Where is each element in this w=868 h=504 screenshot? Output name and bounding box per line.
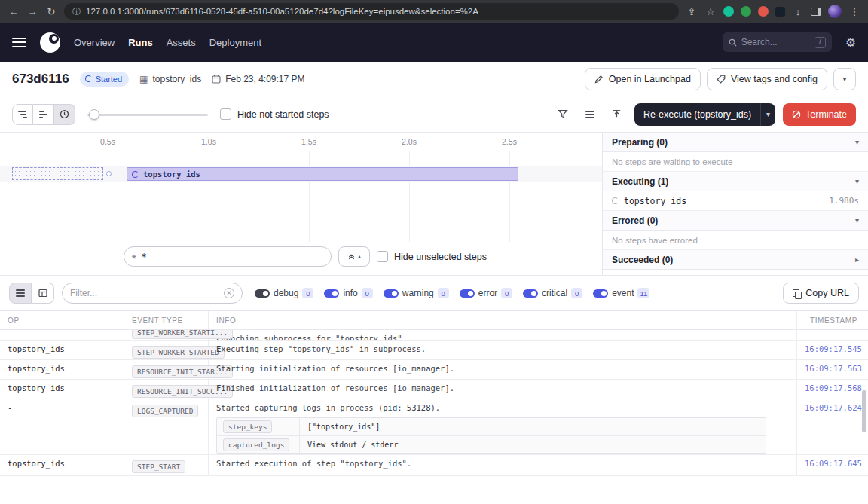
gantt-timed-view-button[interactable]	[54, 104, 75, 125]
sidepanel-icon[interactable]	[811, 8, 821, 16]
copy-icon	[793, 289, 800, 298]
toggle-icon[interactable]	[523, 289, 538, 298]
extensions-puzzle-icon[interactable]	[775, 7, 785, 17]
log-structured-view-button[interactable]	[32, 283, 54, 304]
clear-filter-icon[interactable]: ✕	[224, 288, 234, 298]
extension-icon-3[interactable]	[758, 6, 769, 17]
executing-step-row[interactable]: topstory_ids 1.980s	[603, 191, 868, 211]
gantt-bar-handle	[106, 171, 112, 176]
log-scrollbar[interactable]	[862, 390, 866, 432]
log-rows-button[interactable]	[580, 105, 600, 124]
circle-slash-icon	[792, 110, 801, 119]
copy-url-button[interactable]: Copy URL	[783, 283, 859, 304]
run-header: 673d6116 Started ▦ topstory_ids Feb 23, …	[0, 62, 868, 96]
browser-chrome: ← → ↻ ⓘ 127.0.0.1:3000/runs/673d6116-052…	[0, 0, 868, 23]
log-row[interactable]: topstory_ids STEP_WORKER_STARTED Executi…	[0, 341, 868, 360]
level-chip-info[interactable]: info 0	[324, 288, 372, 298]
toggle-icon[interactable]	[593, 289, 608, 298]
view-stdout-stderr-link[interactable]: View stdout / stderr	[300, 441, 766, 449]
section-executing[interactable]: Executing (1) ▾	[603, 172, 868, 191]
scroll-to-top-button[interactable]	[607, 105, 627, 124]
re-execute-button[interactable]: Re-execute (topstory_ids)	[634, 103, 760, 126]
settings-gear-icon[interactable]: ⚙	[845, 35, 856, 50]
downloads-icon[interactable]: ↓	[792, 7, 804, 17]
level-chip-event[interactable]: event 11	[593, 288, 649, 298]
site-info-icon[interactable]: ⓘ	[72, 6, 81, 17]
event-type-tag: LOGS_CAPTURED	[132, 405, 198, 417]
toggle-icon[interactable]	[324, 289, 339, 298]
view-tags-config-button[interactable]: View tags and config	[707, 68, 827, 90]
level-chip-debug[interactable]: debug 0	[255, 288, 313, 298]
share-icon[interactable]: ⇪	[686, 7, 698, 17]
run-main-area: 0.5s 1.0s 1.5s 2.0s 2.5s topstory_ids * …	[0, 133, 868, 276]
back-icon[interactable]: ←	[8, 7, 20, 17]
url-bar[interactable]: ⓘ 127.0.0.1:3000/runs/673d6116-0528-45df…	[64, 3, 679, 20]
pencil-icon	[594, 75, 604, 84]
rows-icon	[585, 111, 594, 118]
nav-runs[interactable]: Runs	[128, 37, 153, 48]
job-name[interactable]: ▦ topstory_ids	[139, 74, 201, 84]
re-execute-split-button[interactable]: Re-execute (topstory_ids) ▾	[634, 103, 775, 126]
log-filter-input[interactable]	[70, 288, 219, 298]
app-header: Overview Runs Assets Deployment Search..…	[0, 23, 868, 62]
toggle-icon[interactable]	[384, 289, 399, 298]
metadata-row: captured_logs View stdout / stderr	[217, 435, 766, 453]
section-preparing[interactable]: Preparing (0) ▾	[603, 133, 868, 152]
section-succeeded[interactable]: Succeeded (0) ▸	[603, 250, 868, 270]
bookmark-star-icon[interactable]: ☆	[704, 7, 717, 17]
gantt-step-bar[interactable]: topstory_ids	[127, 167, 518, 181]
re-execute-caret[interactable]: ▾	[760, 103, 775, 126]
section-errored[interactable]: Errored (0) ▾	[603, 211, 868, 231]
gantt-queued-region[interactable]	[12, 167, 103, 180]
level-chip-error[interactable]: error 0	[460, 288, 512, 298]
browser-menu-icon[interactable]: ⋮	[848, 7, 860, 17]
level-chip-warning[interactable]: warning 0	[384, 288, 449, 298]
collapse-steps-button[interactable]: ▴	[338, 246, 370, 267]
section-preparing-body: No steps are waiting to execute	[603, 152, 868, 172]
gridline	[509, 151, 510, 242]
reload-icon[interactable]: ↻	[45, 7, 57, 17]
tag-icon	[717, 75, 726, 84]
step-query-input[interactable]	[141, 252, 323, 262]
hamburger-menu-icon[interactable]	[12, 38, 26, 47]
nav-overview[interactable]: Overview	[74, 37, 115, 48]
event-type-tag: STEP_START	[132, 460, 185, 473]
slider-knob[interactable]	[89, 109, 99, 120]
search-shortcut-key: /	[815, 37, 826, 48]
log-filter-input-wrap[interactable]: ✕	[62, 283, 243, 304]
gantt-chart: 0.5s 1.0s 1.5s 2.0s 2.5s topstory_ids * …	[0, 133, 603, 275]
log-list-view-button[interactable]	[9, 283, 32, 304]
step-query-input-wrap[interactable]: *	[124, 246, 332, 267]
log-row[interactable]: topstory_ids RESOURCE_INIT_SUCC... Finis…	[0, 380, 868, 399]
gridline	[209, 151, 209, 242]
log-row[interactable]: topstory_ids STEP_START Started executio…	[0, 455, 868, 476]
extension-icon-1[interactable]	[723, 6, 734, 17]
forward-icon[interactable]: →	[26, 7, 38, 17]
chevron-down-icon: ▾	[855, 216, 859, 225]
global-search[interactable]: Search... /	[723, 32, 832, 52]
run-actions-chevron-button[interactable]: ▾	[833, 68, 856, 90]
section-errored-body: No steps have errored	[603, 231, 868, 250]
arrow-up-lines-icon	[612, 109, 622, 119]
gantt-flat-view-button[interactable]	[12, 104, 33, 125]
log-row[interactable]: STEP_WORKER_STARTI... Launching subproce…	[0, 330, 868, 341]
checkbox-icon	[220, 108, 231, 120]
nav-assets[interactable]: Assets	[167, 37, 196, 48]
toggle-icon[interactable]	[255, 289, 270, 298]
log-row[interactable]: topstory_ids RESOURCE_INIT_STAR... Start…	[0, 360, 868, 380]
nav-deployment[interactable]: Deployment	[209, 37, 261, 48]
filter-steps-button[interactable]	[553, 105, 573, 124]
dagster-logo[interactable]	[40, 32, 60, 53]
extension-icon-2[interactable]	[741, 6, 751, 17]
log-row-logs-captured[interactable]: - LOGS_CAPTURED Started capturing logs i…	[0, 399, 868, 455]
log-table: OP EVENT TYPE INFO TIMESTAMP STEP_WORKER…	[0, 310, 868, 476]
browser-profile-avatar[interactable]	[828, 5, 842, 18]
toggle-icon[interactable]	[460, 289, 475, 298]
level-chip-critical[interactable]: critical 0	[523, 288, 582, 298]
terminate-button[interactable]: Terminate	[783, 103, 856, 126]
gantt-waterfall-view-button[interactable]	[33, 104, 54, 125]
gantt-zoom-slider[interactable]	[87, 109, 208, 120]
open-in-launchpad-button[interactable]: Open in Launchpad	[585, 68, 701, 90]
hide-not-started-checkbox[interactable]: Hide not started steps	[220, 108, 329, 120]
hide-unselected-checkbox[interactable]: Hide unselected steps	[377, 251, 487, 262]
